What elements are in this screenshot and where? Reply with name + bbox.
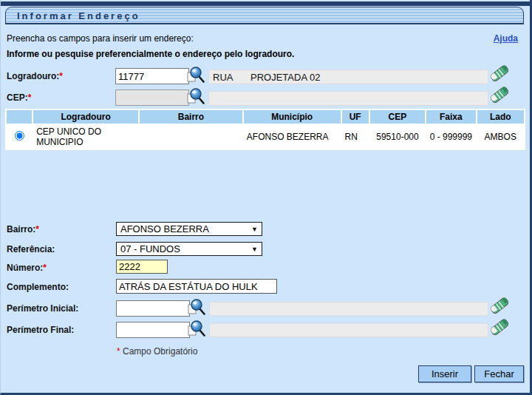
- referencia-label: Referência:: [7, 244, 55, 254]
- cell-logradouro: CEP UNICO DO MUNICIPIO: [33, 125, 138, 149]
- col-logradouro: Logradouro: [33, 110, 138, 124]
- logradouro-code-input[interactable]: [115, 68, 189, 84]
- col-bairro: Bairro: [140, 110, 242, 124]
- chevron-down-icon: ▼: [251, 226, 258, 233]
- cell-lado: AMBOS: [477, 125, 524, 149]
- table-header-row: Logradouro Bairro Município UF CEP Faixa…: [7, 110, 524, 124]
- perimetro-final-descricao-field: [209, 323, 488, 337]
- required-footnote: * Campo Obrigatório: [117, 346, 197, 357]
- cep-search-icon[interactable]: [187, 87, 205, 105]
- perimetro-inicial-label: Perímetro Inicial:: [7, 303, 78, 314]
- referencia-select[interactable]: 07 - FUNDOS ▼: [116, 242, 262, 256]
- complemento-label: Complemento:: [7, 282, 69, 292]
- col-municipio: Município: [244, 110, 341, 124]
- logradouro-search-icon[interactable]: [187, 66, 205, 84]
- cep-row-radio[interactable]: [15, 131, 24, 141]
- fechar-button[interactable]: Fechar: [474, 365, 524, 382]
- perimetro-final-search-icon[interactable]: [188, 320, 205, 337]
- bairro-selected-value: AFONSO BEZERRA: [120, 223, 209, 234]
- ajuda-link[interactable]: Ajuda: [494, 33, 518, 44]
- referencia-selected-value: 07 - FUNDOS: [120, 243, 180, 254]
- cell-uf: RN: [342, 125, 369, 149]
- logradouro-nome-value: PROJETADA 02: [250, 72, 320, 83]
- title-bar: Informar Endereço: [5, 7, 524, 24]
- cep-descricao-field: [208, 91, 488, 106]
- perimetro-final-clear-icon[interactable]: [490, 318, 511, 337]
- cell-bairro: [140, 125, 242, 149]
- perimetro-final-input[interactable]: [116, 322, 190, 338]
- bairro-select[interactable]: AFONSO BEZERRA ▼: [116, 222, 262, 236]
- numero-input[interactable]: [116, 260, 168, 274]
- perimetro-inicial-search-icon[interactable]: [188, 298, 205, 316]
- cep-input: [115, 90, 189, 106]
- informar-endereco-dialog: Informar Endereço Preencha os campos par…: [0, 0, 532, 395]
- perimetro-inicial-clear-icon[interactable]: [490, 297, 511, 316]
- col-faixa: Faixa: [426, 110, 475, 124]
- dialog-title: Informar Endereço: [17, 10, 140, 21]
- inserir-button[interactable]: Inserir: [418, 365, 471, 382]
- col-cep: CEP: [370, 110, 425, 124]
- cep-label: CEP:*: [7, 92, 31, 103]
- perimetro-inicial-input[interactable]: [116, 300, 190, 317]
- cell-municipio: AFONSO BEZERRA: [244, 125, 341, 149]
- window-top-border: [1, 1, 530, 6]
- cep-clear-icon[interactable]: [490, 86, 511, 105]
- radio-column-header: [7, 110, 32, 124]
- chevron-down-icon: ▼: [251, 246, 258, 253]
- intro-text: Preencha os campos para inserir um ender…: [7, 33, 194, 44]
- col-lado: Lado: [477, 110, 524, 124]
- cep-results-table: Logradouro Bairro Município UF CEP Faixa…: [5, 109, 525, 150]
- instruction-text: Informe ou pesquise preferencialmente o …: [7, 49, 294, 59]
- numero-label: Número:*: [7, 263, 47, 273]
- bairro-label: Bairro:*: [7, 224, 39, 234]
- cell-cep: 59510-000: [370, 125, 425, 149]
- perimetro-inicial-descricao-field: [209, 302, 488, 316]
- logradouro-clear-icon[interactable]: [490, 64, 511, 84]
- cell-faixa: 0 - 999999: [426, 125, 475, 149]
- complemento-input[interactable]: [116, 279, 277, 294]
- logradouro-label: Logradouro:*: [7, 71, 63, 81]
- table-row: CEP UNICO DO MUNICIPIO AFONSO BEZERRA RN…: [7, 125, 524, 149]
- col-uf: UF: [342, 110, 369, 124]
- logradouro-tipo-value: RUA: [209, 72, 250, 83]
- logradouro-descricao-field: RUA PROJETADA 02: [208, 70, 488, 84]
- perimetro-final-label: Perímetro Final:: [7, 325, 74, 335]
